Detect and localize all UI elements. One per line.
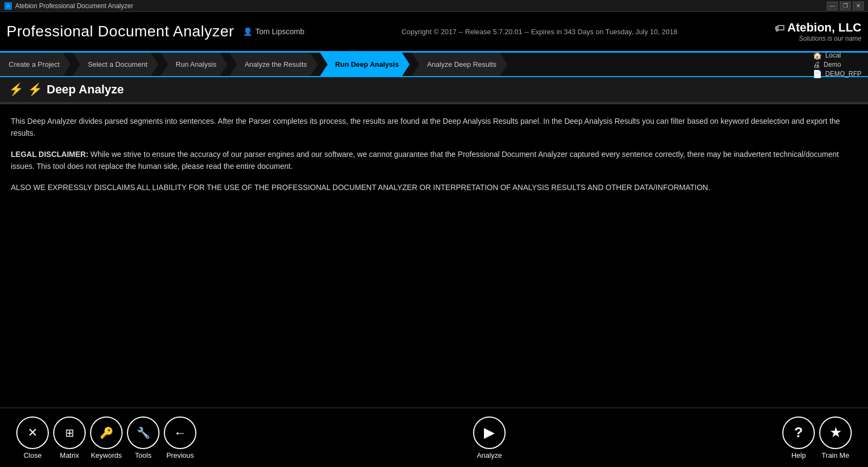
toolbar-left: ✕ Close ⊞ Matrix 🔑 Keywords 🔧 Tools ← Pr… — [16, 416, 196, 459]
train-me-button[interactable]: ★ Train Me — [819, 416, 852, 459]
disclaimer-body: While we strive to ensure the accuracy o… — [11, 150, 839, 171]
nav-demo-label: Demo — [824, 61, 841, 68]
tools-label: Tools — [135, 451, 151, 459]
header-right: 🏷 Atebion, LLC Solutions is our name — [775, 21, 861, 42]
content-area: This Deep Analyzer divides parsed segmen… — [0, 104, 868, 434]
close-button[interactable]: ✕ Close — [16, 416, 49, 459]
help-label: Help — [792, 451, 806, 459]
nav-step-run-deep-analysis[interactable]: Run Deep Analysis — [320, 53, 410, 76]
minimize-button[interactable]: — — [827, 2, 838, 10]
nav-local-label: Local — [825, 52, 841, 59]
toolbar-right: ? Help ★ Train Me — [782, 416, 852, 459]
analyze-button[interactable]: ▶ Analyze — [473, 416, 506, 459]
home-icon: 🏠 — [813, 51, 822, 60]
matrix-button[interactable]: ⊞ Matrix — [53, 416, 86, 459]
nav-step-analyze-deep-results[interactable]: Analyze Deep Results — [412, 53, 507, 76]
analyze-label: Analyze — [477, 451, 502, 459]
nav-step-analyze-results[interactable]: Analyze the Results — [229, 53, 318, 76]
matrix-label: Matrix — [60, 451, 79, 459]
keywords-button[interactable]: 🔑 Keywords — [90, 416, 123, 459]
title-bar-text: Atebion Professional Document Analyzer — [15, 2, 133, 10]
keywords-label: Keywords — [91, 451, 122, 459]
nav-step-run-analysis[interactable]: Run Analysis — [161, 53, 227, 76]
previous-label: Previous — [167, 451, 194, 459]
train-label: Train Me — [822, 451, 850, 459]
description: This Deep Analyzer divides parsed segmen… — [0, 104, 868, 213]
title-bar-left: A Atebion Professional Document Analyzer — [4, 2, 133, 10]
tools-button[interactable]: 🔧 Tools — [127, 416, 159, 459]
help-button[interactable]: ? Help — [782, 416, 815, 459]
close-label: Close — [23, 451, 41, 459]
header-center: Copyright © 2017 -- Release 5.7.20.01 --… — [401, 28, 678, 36]
nav-demo[interactable]: 🖨 Demo — [813, 60, 861, 69]
nav-steps: Create a Project Select a Document Run A… — [0, 53, 509, 76]
user-name: Tom Lipscomb — [256, 27, 304, 36]
keywords-circle: 🔑 — [90, 416, 123, 449]
nav-step-create-project[interactable]: Create a Project — [0, 53, 71, 76]
nav-demo-rfp-label: DEMO_RFP — [825, 70, 861, 78]
paragraph-1: This Deep Analyzer divides parsed segmen… — [11, 115, 857, 140]
nav-bar: Create a Project Select a Document Run A… — [0, 53, 868, 77]
user-info: 👤 Tom Lipscomb — [243, 27, 304, 36]
close-window-button[interactable]: ✕ — [853, 2, 864, 10]
nav-local[interactable]: 🏠 Local — [813, 51, 861, 60]
atebion-logo: 🏷 Atebion, LLC — [775, 21, 861, 35]
paragraph-3: ALSO WE EXPRESSLY DISCLAIMS ALL LIABILIT… — [11, 181, 857, 193]
tools-circle: 🔧 — [127, 416, 159, 449]
section-title: Deep Analyze — [47, 83, 124, 97]
section-header: ⚡ ⚡ Deep Analyze — [0, 77, 868, 103]
user-icon: 👤 — [243, 27, 252, 36]
copyright-text: Copyright © 2017 -- Release 5.7.20.01 --… — [401, 28, 678, 36]
nav-demo-rfp[interactable]: 📄 DEMO_RFP — [813, 70, 861, 78]
matrix-circle: ⊞ — [53, 416, 86, 449]
header-left: Professional Document Analyzer 👤 Tom Lip… — [7, 23, 304, 40]
toolbar-center: ▶ Analyze — [473, 416, 506, 459]
header: Professional Document Analyzer 👤 Tom Lip… — [0, 12, 868, 53]
nav-step-select-document[interactable]: Select a Document — [73, 53, 158, 76]
disclaimer-label: LEGAL DISCLAIMER: — [11, 150, 88, 159]
paragraph-2: LEGAL DISCLAIMER: While we strive to ens… — [11, 148, 857, 173]
atebion-tagline: Solutions is our name — [799, 35, 861, 42]
previous-circle: ← — [164, 416, 196, 449]
title-bar: A Atebion Professional Document Analyzer… — [0, 0, 868, 12]
app-icon: A — [4, 2, 12, 10]
lightning-icon-1: ⚡ — [9, 83, 23, 97]
title-bar-controls: — ❐ ✕ — [827, 2, 864, 10]
previous-button[interactable]: ← Previous — [164, 416, 196, 459]
nav-right: 🏠 Local 🖨 Demo 📄 DEMO_RFP — [806, 50, 868, 79]
close-circle: ✕ — [16, 416, 49, 449]
bottom-toolbar: ✕ Close ⊞ Matrix 🔑 Keywords 🔧 Tools ← Pr… — [0, 407, 868, 467]
lightning-icon-2: ⚡ — [28, 83, 42, 97]
document-icon: 📄 — [813, 70, 822, 78]
restore-button[interactable]: ❐ — [840, 2, 851, 10]
help-circle: ? — [782, 416, 815, 449]
train-circle: ★ — [819, 416, 852, 449]
analyze-circle: ▶ — [473, 416, 506, 449]
app-title: Professional Document Analyzer — [7, 23, 234, 40]
printer-icon: 🖨 — [813, 60, 820, 69]
